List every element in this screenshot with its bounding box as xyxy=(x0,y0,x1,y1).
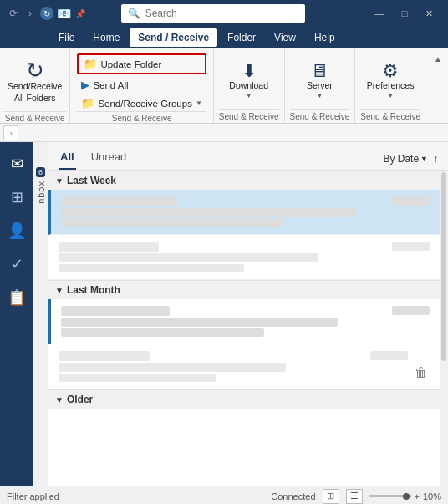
sort-by-date-button[interactable]: By Date ▼ xyxy=(383,153,428,165)
sidebar-icon-contacts[interactable]: 👤 xyxy=(2,216,32,246)
search-icon: 🔍 xyxy=(128,8,140,19)
update-folder-label: Update Folder xyxy=(100,59,161,69)
zoom-slider-thumb[interactable] xyxy=(403,493,410,500)
email-item[interactable] xyxy=(48,299,440,344)
menu-file[interactable]: File xyxy=(50,28,83,47)
preferences-icon: ⚙ xyxy=(382,62,399,80)
preferences-arrow: ▼ xyxy=(387,92,394,99)
update-folder-button[interactable]: 📁 Update Folder xyxy=(79,56,203,72)
send-all-label: Send All xyxy=(93,80,128,90)
email-content xyxy=(59,242,430,272)
status-bar: Filter applied Connected ⊞ ☰ + 10% xyxy=(0,486,448,504)
section-title-last-week: Last Week xyxy=(67,175,116,186)
email-row1 xyxy=(61,306,430,316)
zoom-slider[interactable] xyxy=(369,495,411,497)
email-sender xyxy=(61,196,178,206)
send-receive-groups-label: Send/Receive Groups xyxy=(98,99,192,109)
menu-send-receive[interactable]: Send / Receive xyxy=(130,28,217,47)
actions-content: 📁 Update Folder ▶ Send All 📁 Send/Receiv… xyxy=(77,53,206,111)
delete-icon[interactable]: 🗑 xyxy=(413,351,430,382)
ribbon-group-download: ⬇ Download ▼ Send & Receive xyxy=(214,48,285,123)
ribbon-group-sendrec: ↻ Send/Receive All Folders Send & Receiv… xyxy=(0,48,70,123)
email-preview xyxy=(61,328,264,337)
scrollbar[interactable] xyxy=(440,171,448,486)
view-list-button[interactable]: ☰ xyxy=(346,489,363,504)
server-button[interactable]: 🖥 Server ▼ xyxy=(298,59,340,102)
email-sender xyxy=(59,351,150,361)
sort-controls: By Date ▼ ↑ xyxy=(383,153,438,165)
download-arrow: ▼ xyxy=(246,92,252,99)
server-arrow: ▼ xyxy=(316,92,323,99)
email-item[interactable] xyxy=(48,190,440,235)
nav-expand-button[interactable]: › xyxy=(3,125,18,140)
send-receive-groups-button[interactable]: 📁 Send/Receive Groups ▼ xyxy=(77,95,206,111)
tab-all[interactable]: All xyxy=(59,147,76,170)
sidebar-icon-calendar[interactable]: ⊞ xyxy=(2,182,32,212)
title-bar: ⟳ › ↻ 📧 📌 🔍 — □ ✕ xyxy=(0,0,448,27)
sidebar: ✉ ⊞ 👤 ✓ 📋 xyxy=(0,142,33,486)
ribbon-collapse-button[interactable]: ▲ xyxy=(431,52,445,65)
download-content: ⬇ Download ▼ xyxy=(225,52,272,109)
forward-btn[interactable]: › xyxy=(23,7,37,20)
section-last-month[interactable]: ▼ Last Month xyxy=(48,280,440,299)
section-last-week[interactable]: ▼ Last Week xyxy=(48,171,440,190)
connection-status: Connected xyxy=(271,491,315,501)
menu-bar: File Home Send / Receive Folder View Hel… xyxy=(0,27,448,48)
search-input[interactable] xyxy=(145,8,298,19)
section-older[interactable]: ▼ Older xyxy=(48,389,440,409)
send-receive-groups-icon: 📁 xyxy=(81,97,94,109)
tab-unread[interactable]: Unread xyxy=(89,147,129,170)
email-content xyxy=(61,306,430,337)
back-btn[interactable]: ⟳ xyxy=(7,7,20,20)
inbox-badge: 6 xyxy=(36,167,45,177)
menu-help[interactable]: Help xyxy=(306,28,344,47)
server-content: 🖥 Server ▼ xyxy=(298,52,340,109)
sidebar-icon-tasks[interactable]: ✓ xyxy=(2,249,32,279)
send-all-icon: ▶ xyxy=(81,79,89,91)
email-sender xyxy=(61,306,170,316)
email-date xyxy=(392,306,430,315)
email-subject xyxy=(61,318,338,327)
send-receive-all-button[interactable]: ↻ Send/Receive All Folders xyxy=(3,57,66,106)
preferences-content: ⚙ Preferences ▼ xyxy=(363,52,419,109)
menu-folder[interactable]: Folder xyxy=(219,28,264,47)
ribbon-group-server: 🖥 Server ▼ Send & Receive xyxy=(285,48,356,123)
download-label: Download xyxy=(229,80,268,92)
preferences-button[interactable]: ⚙ Preferences ▼ xyxy=(363,59,419,102)
scrollbar-thumb[interactable] xyxy=(441,172,446,361)
pin-btn[interactable]: 📌 xyxy=(74,7,87,20)
ribbon-group-actions: 📁 Update Folder ▶ Send All 📁 Send/Receiv… xyxy=(70,48,213,123)
email-date xyxy=(392,196,430,206)
main-content: All Unread By Date ▼ ↑ ▼ Last Week xyxy=(48,142,448,486)
sort-order-button[interactable]: ↑ xyxy=(433,153,438,165)
email-date xyxy=(392,242,430,251)
maximize-button[interactable]: □ xyxy=(393,2,416,25)
menu-home[interactable]: Home xyxy=(84,28,128,47)
email-row1 xyxy=(61,196,430,206)
search-box[interactable]: 🔍 xyxy=(121,4,305,23)
download-icon: ⬇ xyxy=(242,62,257,80)
server-label: Server xyxy=(307,80,333,92)
outlook-icon: 📧 xyxy=(57,7,70,20)
refresh-btn[interactable]: ↻ xyxy=(40,7,53,20)
email-item[interactable]: 🗑 xyxy=(48,344,440,389)
sort-dropdown-icon: ▼ xyxy=(420,155,428,163)
sidebar-icon-notes[interactable]: 📋 xyxy=(2,283,32,313)
download-button[interactable]: ⬇ Download ▼ xyxy=(225,59,272,102)
email-subject xyxy=(59,363,286,372)
server-icon: 🖥 xyxy=(310,62,328,80)
sendrec-content: ↻ Send/Receive All Folders xyxy=(3,52,66,111)
close-button[interactable]: ✕ xyxy=(418,2,441,25)
sidebar-icon-mail[interactable]: ✉ xyxy=(2,149,32,179)
email-list[interactable]: ▼ Last Week xyxy=(48,171,448,486)
send-all-button[interactable]: ▶ Send All xyxy=(77,77,132,93)
view-grid-button[interactable]: ⊞ xyxy=(323,489,339,504)
email-item[interactable] xyxy=(48,235,440,280)
actions-group-label: Send & Receive xyxy=(77,111,206,123)
section-title-older: Older xyxy=(67,394,93,405)
menu-view[interactable]: View xyxy=(266,28,304,47)
zoom-control: + 10% xyxy=(369,491,441,501)
minimize-button[interactable]: — xyxy=(368,2,391,25)
email-date xyxy=(370,351,408,360)
window-action-buttons: — □ ✕ xyxy=(368,2,441,25)
